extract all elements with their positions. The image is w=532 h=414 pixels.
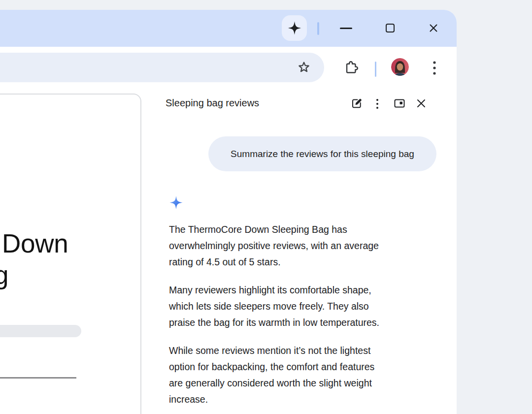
profile-avatar[interactable] — [391, 58, 409, 76]
response-line: option for backpacking, the comfort and … — [169, 361, 374, 372]
toolbar-divider — [375, 62, 376, 77]
response-line: overwhelmingly positive reviews, with an… — [169, 240, 379, 251]
browser-titlebar — [0, 10, 457, 47]
gemini-side-panel: Sleeping bag reviews Summarize the revie… — [141, 88, 457, 414]
response-line: While some reviews mention it’s not the … — [169, 345, 370, 356]
response-line: are generally considered worth the sligh… — [169, 378, 372, 388]
page-divider-line — [0, 377, 76, 379]
product-title-line1: Down — [2, 228, 68, 258]
new-chat-icon[interactable] — [350, 97, 363, 110]
kebab-menu-icon[interactable] — [374, 97, 380, 110]
gemini-button[interactable] — [282, 15, 307, 41]
gemini-response-spark-icon — [169, 195, 183, 210]
user-message-text: Summarize the reviews for this sleeping … — [231, 149, 414, 159]
response-paragraph: While some reviews mention it’s not the … — [169, 343, 445, 408]
response-line: which lets side sleepers move freely. Th… — [169, 301, 369, 312]
browser-toolbar — [0, 47, 457, 88]
response-line: Many reviewers highlight its comfortable… — [169, 285, 371, 295]
response-paragraph: The ThermoCore Down Sleeping Bag has ove… — [169, 222, 445, 270]
three-dot-menu-icon[interactable] — [432, 60, 437, 76]
profile-photo — [391, 58, 409, 76]
response-line: rating of 4.5 out of 5 stars. — [169, 256, 281, 267]
minimize-icon[interactable] — [340, 28, 352, 29]
user-message-bubble: Summarize the reviews for this sleeping … — [208, 136, 436, 171]
page-skeleton-pill — [0, 325, 81, 337]
webpage-card: Down g — [0, 94, 141, 414]
close-icon[interactable] — [428, 23, 439, 33]
browser-window: Down g Sleeping bag reviews — [0, 10, 457, 414]
response-line: The ThermoCore Down Sleeping Bag has — [169, 224, 347, 235]
gemini-response: The ThermoCore Down Sleeping Bag has ove… — [169, 222, 445, 414]
extensions-puzzle-icon[interactable] — [344, 60, 358, 74]
response-paragraph: Many reviewers highlight its comfortable… — [169, 282, 445, 331]
close-icon[interactable] — [416, 98, 427, 109]
window-content: Down g Sleeping bag reviews — [0, 88, 457, 414]
titlebar-divider — [317, 22, 319, 35]
gemini-spark-icon — [287, 21, 302, 35]
maximize-icon[interactable] — [386, 24, 395, 32]
address-bar[interactable] — [0, 53, 324, 82]
side-panel-title: Sleeping bag reviews — [166, 97, 259, 109]
response-line: increase. — [169, 394, 208, 405]
response-line: praise the bag for its warmth in low tem… — [169, 317, 379, 328]
side-panel-icon[interactable] — [393, 97, 406, 110]
screenshot-root: Down g Sleeping bag reviews — [0, 0, 532, 414]
bookmark-star-icon[interactable] — [297, 60, 311, 75]
product-title-line2: g — [0, 260, 8, 290]
